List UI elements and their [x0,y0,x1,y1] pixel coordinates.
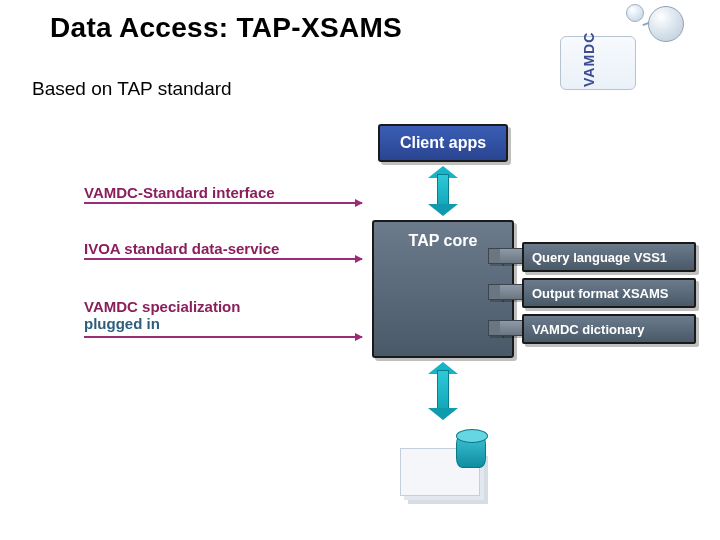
annotation-vamdc-interface: VAMDC-Standard interface [84,184,275,201]
arrow-annotation-2-icon [84,258,362,260]
database-cylinder-icon [456,434,486,468]
page-title: Data Access: TAP-XSAMS [50,12,402,44]
double-arrow-top-icon [428,166,458,216]
tag-dictionary: VAMDC dictionary [522,314,696,344]
vamdc-logo: VAMDC [556,4,686,96]
arrow-annotation-3-icon [84,336,362,338]
annotation-3-line2: plugged in [84,315,240,332]
annotation-vamdc-specialization: VAMDC specialization plugged in [84,298,240,333]
slide-root: Data Access: TAP-XSAMS Based on TAP stan… [0,0,720,540]
connector-stub-1b-icon [500,248,522,264]
double-arrow-bottom-icon [428,362,458,420]
tag-output-format: Output format XSAMS [522,278,696,308]
connector-stub-3b-icon [500,320,522,336]
arrow-annotation-1-icon [84,202,362,204]
connector-stub-2b-icon [500,284,522,300]
logo-sphere-large-icon [648,6,684,42]
tag-query-language: Query language VSS1 [522,242,696,272]
annotation-ivoa-service: IVOA standard data-service [84,240,279,257]
logo-text: VAMDC [581,32,597,87]
logo-brand-card: VAMDC [560,36,636,90]
logo-sphere-small-icon [626,4,644,22]
datastore-illustration [400,430,504,504]
subtitle-text: Based on TAP standard [32,78,232,100]
box-client-apps: Client apps [378,124,508,162]
annotation-3-line1: VAMDC specialization [84,298,240,315]
